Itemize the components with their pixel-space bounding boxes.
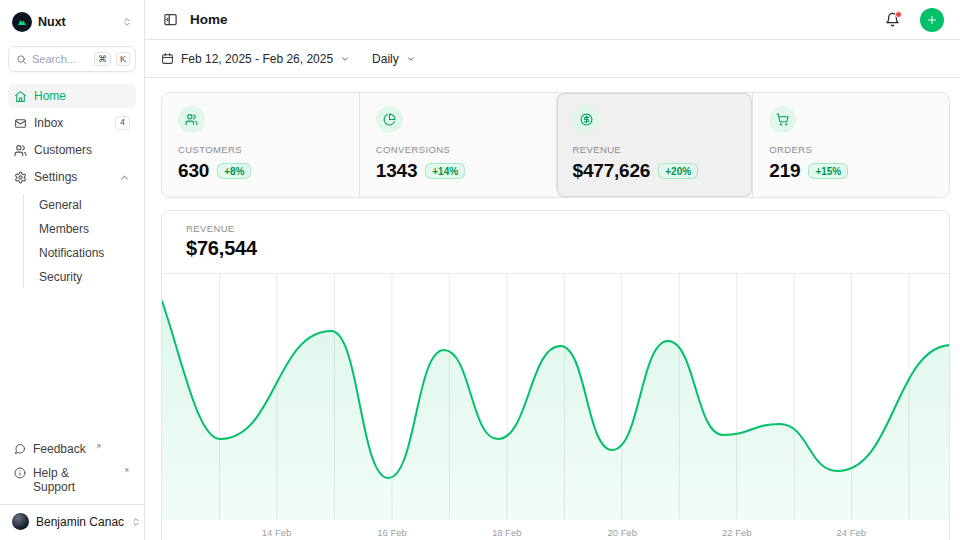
date-range-label: Feb 12, 2025 - Feb 26, 2025 bbox=[181, 52, 333, 66]
chevron-up-icon bbox=[119, 172, 130, 183]
sidebar-item-label: Customers bbox=[34, 143, 130, 157]
chart-x-axis-labels: 14 Feb16 Feb18 Feb20 Feb22 Feb24 Feb bbox=[162, 520, 949, 540]
home-icon bbox=[14, 90, 27, 103]
kbd-meta: ⌘ bbox=[94, 52, 111, 66]
sidebar-item-inbox[interactable]: Inbox 4 bbox=[8, 111, 136, 135]
stat-card-revenue[interactable]: REVENUE $477,626 +20% bbox=[556, 93, 753, 197]
x-axis-tick-label: 18 Feb bbox=[492, 527, 522, 538]
add-button[interactable] bbox=[920, 8, 944, 32]
x-axis-tick-label: 22 Feb bbox=[722, 527, 752, 538]
settings-subnav: GeneralMembersNotificationsSecurity bbox=[23, 194, 136, 288]
page-title: Home bbox=[190, 12, 873, 27]
panel-collapse-icon bbox=[163, 12, 178, 27]
stat-delta-badge: +14% bbox=[425, 163, 465, 179]
chart-header: REVENUE $76,544 bbox=[162, 211, 949, 274]
chevron-updown-icon bbox=[122, 17, 132, 27]
sidebar-item-label: Settings bbox=[34, 170, 112, 184]
inbox-count-badge: 4 bbox=[115, 116, 130, 130]
gear-icon bbox=[14, 171, 27, 184]
page-header: Home bbox=[145, 0, 960, 40]
stats-row: CUSTOMERS 630 +8% CONVERSIONS 1343 +14% bbox=[161, 92, 950, 198]
cart-icon bbox=[769, 106, 796, 133]
stat-label: CUSTOMERS bbox=[178, 144, 343, 155]
sidebar-subitem-security[interactable]: Security bbox=[24, 266, 136, 288]
stat-delta-badge: +15% bbox=[808, 163, 848, 179]
chart-plot[interactable] bbox=[162, 274, 949, 520]
filters-toolbar: Feb 12, 2025 - Feb 26, 2025 Daily bbox=[145, 40, 960, 78]
sidebar: Nuxt Search... ⌘ K Home Inbox 4 Cust bbox=[0, 0, 145, 540]
revenue-chart-card: REVENUE $76,544 bbox=[161, 210, 950, 540]
search-input[interactable]: Search... ⌘ K bbox=[8, 46, 136, 72]
sidebar-item-label: Home bbox=[34, 89, 130, 103]
stat-value: $477,626 bbox=[573, 160, 651, 182]
main-area: Home Feb 12, 2025 - Feb 26, 2025 Daily bbox=[145, 0, 960, 540]
inbox-icon bbox=[14, 117, 27, 130]
dashboard-content: CUSTOMERS 630 +8% CONVERSIONS 1343 +14% bbox=[145, 78, 960, 540]
stat-value: 630 bbox=[178, 160, 209, 182]
stat-card-customers[interactable]: CUSTOMERS 630 +8% bbox=[162, 93, 359, 197]
stat-label: CONVERSIONS bbox=[376, 144, 540, 155]
revenue-area-chart[interactable] bbox=[162, 274, 949, 520]
sidebar-item-settings[interactable]: Settings bbox=[8, 165, 136, 189]
help-support-label: Help & Support bbox=[33, 466, 114, 494]
chevron-down-icon bbox=[340, 54, 350, 64]
kbd-k: K bbox=[116, 52, 130, 66]
sidebar-subitem-general[interactable]: General bbox=[24, 194, 136, 216]
stat-value: 1343 bbox=[376, 160, 418, 182]
stat-delta-badge: +20% bbox=[658, 163, 698, 179]
user-name: Benjamin Canac bbox=[36, 515, 124, 529]
sidebar-item-home[interactable]: Home bbox=[8, 84, 136, 108]
search-placeholder: Search... bbox=[32, 53, 89, 65]
stat-label: REVENUE bbox=[573, 144, 737, 155]
x-axis-tick-label: 16 Feb bbox=[377, 527, 407, 538]
stat-card-orders[interactable]: ORDERS 219 +15% bbox=[752, 93, 949, 197]
circle-dollar-icon bbox=[573, 106, 600, 133]
stat-card-conversions[interactable]: CONVERSIONS 1343 +14% bbox=[359, 93, 556, 197]
x-axis-tick-label: 14 Feb bbox=[262, 527, 292, 538]
team-name: Nuxt bbox=[38, 15, 116, 29]
team-switcher[interactable]: Nuxt bbox=[8, 8, 136, 36]
x-axis-tick-label: 20 Feb bbox=[607, 527, 637, 538]
search-icon bbox=[16, 54, 27, 65]
app-window: Nuxt Search... ⌘ K Home Inbox 4 Cust bbox=[0, 0, 960, 540]
period-label: Daily bbox=[372, 52, 399, 66]
stat-value: 219 bbox=[769, 160, 800, 182]
x-axis-tick-label: 24 Feb bbox=[837, 527, 867, 538]
sidebar-subitem-notifications[interactable]: Notifications bbox=[24, 242, 136, 264]
sidebar-item-customers[interactable]: Customers bbox=[8, 138, 136, 162]
sidebar-collapse-button[interactable] bbox=[161, 10, 180, 29]
stat-label: ORDERS bbox=[769, 144, 933, 155]
external-link-icon bbox=[123, 467, 130, 474]
message-circle-icon bbox=[14, 443, 26, 455]
chart-title: REVENUE bbox=[186, 223, 925, 234]
chart-area bbox=[162, 301, 949, 520]
user-menu[interactable]: Benjamin Canac bbox=[0, 504, 144, 532]
nuxt-logo-icon bbox=[12, 12, 32, 32]
external-link-icon bbox=[95, 443, 102, 450]
notification-dot bbox=[895, 11, 902, 18]
help-support-link[interactable]: Help & Support bbox=[8, 462, 136, 498]
user-avatar bbox=[12, 513, 29, 530]
feedback-link[interactable]: Feedback bbox=[8, 438, 136, 460]
sidebar-subitem-members[interactable]: Members bbox=[24, 218, 136, 240]
users-icon bbox=[14, 144, 27, 157]
calendar-icon bbox=[161, 52, 174, 65]
info-circle-icon bbox=[14, 467, 26, 479]
chart-pie-icon bbox=[376, 106, 403, 133]
feedback-label: Feedback bbox=[33, 442, 86, 456]
chevron-down-icon bbox=[406, 54, 416, 64]
sidebar-footer: Feedback Help & Support bbox=[8, 438, 136, 504]
chevron-updown-icon bbox=[131, 517, 141, 527]
plus-icon bbox=[926, 14, 938, 26]
sidebar-item-label: Inbox bbox=[34, 116, 108, 130]
notifications-button[interactable] bbox=[883, 10, 902, 29]
sidebar-nav: Home Inbox 4 Customers Settings GeneralM… bbox=[8, 84, 136, 288]
users-icon bbox=[178, 106, 205, 133]
stat-delta-badge: +8% bbox=[217, 163, 251, 179]
date-range-picker[interactable]: Feb 12, 2025 - Feb 26, 2025 bbox=[161, 52, 350, 66]
chart-current-value: $76,544 bbox=[186, 237, 925, 260]
period-select[interactable]: Daily bbox=[372, 52, 416, 66]
